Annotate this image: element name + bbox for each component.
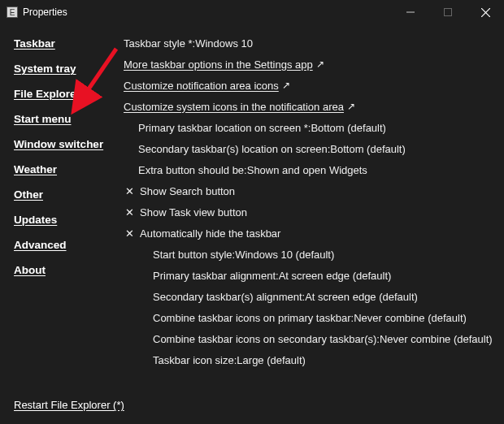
- link-customize-system-icons-in-the-notification-area[interactable]: Customize system icons in the notificati…: [124, 96, 496, 117]
- setting-label: Combine taskbar icons on secondary taskb…: [153, 333, 376, 345]
- setting-taskbar-icon-size[interactable]: Taskbar icon size : Large (default): [124, 349, 496, 370]
- setting-value: Large (default): [237, 354, 306, 366]
- setting-label: Primary taskbar location on screen *: [138, 122, 308, 134]
- setting-label: Extra button should be: [138, 164, 244, 176]
- setting-value: Windows 10 (default): [235, 249, 334, 261]
- sidebar-item-updates[interactable]: Updates: [14, 207, 109, 232]
- close-button[interactable]: [467, 0, 504, 24]
- svg-line-2: [481, 8, 490, 17]
- sidebar-item-advanced[interactable]: Advanced: [14, 232, 109, 257]
- restart-file-explorer-link[interactable]: Restart File Explorer (*): [14, 399, 124, 411]
- maximize-button[interactable]: [429, 0, 467, 24]
- setting-value: Windows 10: [195, 37, 253, 50]
- sidebar-item-weather[interactable]: Weather: [14, 157, 109, 182]
- setting-primary-taskbar-location-on-screen[interactable]: Primary taskbar location on screen * : B…: [124, 117, 496, 138]
- toggle-label: Show Search button: [140, 185, 235, 197]
- sidebar-item-start-menu[interactable]: Start menu: [14, 106, 109, 132]
- link-label: Customize notification area icons: [124, 80, 279, 92]
- close-icon: ✕: [124, 227, 135, 240]
- window-controls: [392, 0, 504, 24]
- link-label: Customize system icons in the notificati…: [124, 101, 344, 113]
- settings-panel: Taskbar style * : Windows 10More taskbar…: [114, 31, 504, 388]
- toggle-label: Automatically hide the taskbar: [140, 227, 280, 240]
- external-link-icon: ↗: [316, 58, 324, 70]
- window-title: Properties: [23, 6, 67, 18]
- toggle-show-task-view-button[interactable]: ✕Show Task view button: [124, 201, 496, 223]
- setting-secondary-taskbar-s-location-on-screen[interactable]: Secondary taskbar(s) location on screen …: [124, 138, 496, 159]
- external-link-icon: ↗: [347, 101, 355, 112]
- setting-value: Bottom (default): [311, 122, 386, 134]
- close-icon: ✕: [124, 206, 135, 218]
- setting-value: Shown and open Widgets: [247, 164, 367, 176]
- setting-secondary-taskbar-s-alignment[interactable]: Secondary taskbar(s) alignment : At scre…: [124, 286, 496, 307]
- setting-label: Primary taskbar alignment: [153, 270, 276, 282]
- setting-combine-taskbar-icons-on-primary-taskbar[interactable]: Combine taskbar icons on primary taskbar…: [124, 307, 496, 328]
- setting-taskbar-style[interactable]: Taskbar style * : Windows 10: [124, 32, 496, 54]
- sidebar-item-system-tray[interactable]: System tray: [14, 56, 109, 81]
- titlebar: E Properties: [0, 0, 504, 24]
- setting-value: Never combine (default): [354, 312, 467, 324]
- sidebar-item-window-switcher[interactable]: Window switcher: [14, 132, 109, 157]
- setting-value: At screen edge (default): [305, 291, 418, 303]
- setting-primary-taskbar-alignment[interactable]: Primary taskbar alignment : At screen ed…: [124, 265, 496, 286]
- close-icon: ✕: [124, 185, 135, 197]
- app-icon: E: [7, 6, 18, 18]
- setting-value: Never combine (default): [380, 333, 493, 345]
- link-more-taskbar-options-in-the-settings-app[interactable]: More taskbar options in the Settings app…: [124, 54, 496, 75]
- toggle-automatically-hide-the-taskbar[interactable]: ✕Automatically hide the taskbar: [124, 223, 496, 244]
- link-label: More taskbar options in the Settings app: [124, 58, 313, 71]
- setting-label: Combine taskbar icons on primary taskbar: [153, 312, 351, 324]
- toggle-show-search-button[interactable]: ✕Show Search button: [124, 180, 496, 201]
- minimize-button[interactable]: [392, 0, 429, 24]
- external-link-icon: ↗: [282, 80, 290, 91]
- toggle-label: Show Task view button: [140, 206, 247, 218]
- setting-combine-taskbar-icons-on-secondary-taskbar-s[interactable]: Combine taskbar icons on secondary taskb…: [124, 328, 496, 349]
- setting-label: Taskbar style *: [124, 37, 193, 50]
- svg-rect-1: [445, 9, 452, 16]
- link-customize-notification-area-icons[interactable]: Customize notification area icons↗: [124, 75, 496, 96]
- setting-value: Bottom (default): [330, 143, 406, 155]
- setting-start-button-style[interactable]: Start button style : Windows 10 (default…: [124, 244, 496, 265]
- setting-label: Start button style: [153, 249, 232, 261]
- setting-label: Secondary taskbar(s) location on screen: [138, 143, 328, 155]
- sidebar: TaskbarSystem trayFile ExplorerStart men…: [0, 31, 114, 388]
- sidebar-item-taskbar[interactable]: Taskbar: [14, 31, 109, 56]
- sidebar-item-other[interactable]: Other: [14, 182, 109, 207]
- sidebar-item-file-explorer[interactable]: File Explorer: [14, 81, 109, 106]
- sidebar-item-about[interactable]: About: [14, 257, 109, 283]
- setting-label: Taskbar icon size: [153, 354, 234, 366]
- setting-label: Secondary taskbar(s) alignment: [153, 291, 302, 303]
- setting-extra-button-should-be[interactable]: Extra button should be : Shown and open …: [124, 159, 496, 180]
- setting-value: At screen edge (default): [279, 270, 392, 282]
- svg-line-3: [481, 8, 490, 17]
